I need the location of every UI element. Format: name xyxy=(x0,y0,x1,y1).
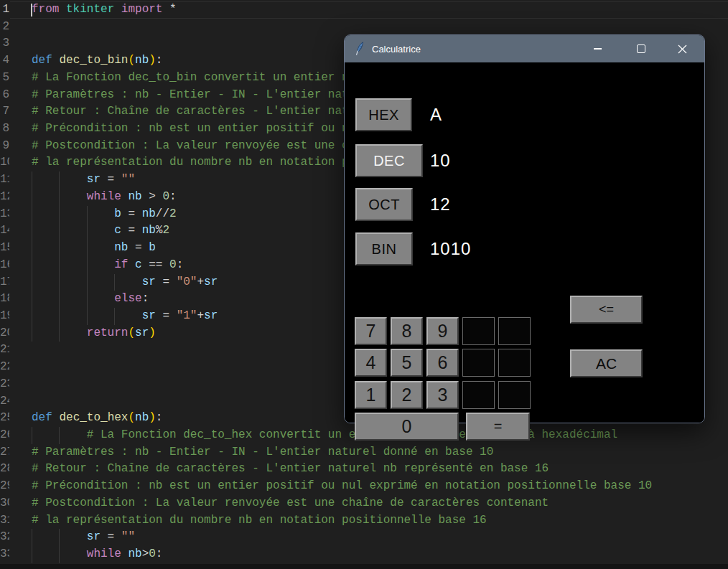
code-token: b xyxy=(149,241,156,254)
maximize-button[interactable] xyxy=(625,35,658,62)
line-number: 11 xyxy=(0,171,9,189)
horizontal-scrollbar-track[interactable] xyxy=(0,564,728,569)
code-line[interactable]: 33 while nb>0: xyxy=(0,546,728,563)
blank-key[interactable] xyxy=(498,349,531,377)
line-number: 8 xyxy=(0,121,9,138)
blank-key[interactable] xyxy=(462,349,495,377)
code-line-text: def dec_to_bin(nb): xyxy=(32,52,162,70)
key-9[interactable]: 9 xyxy=(426,317,459,345)
blank-key[interactable] xyxy=(462,317,495,345)
key-7[interactable]: 7 xyxy=(355,317,387,345)
line-number: 14 xyxy=(0,222,9,240)
blank-key[interactable] xyxy=(498,381,531,409)
code-token: sr xyxy=(87,530,101,543)
code-token: c xyxy=(114,224,121,237)
code-line-text: sr = "0"+sr xyxy=(32,274,218,291)
code-line-text: # Retour : Chaîne de caractères - L'enti… xyxy=(32,103,349,121)
line-number: 21 xyxy=(0,342,9,359)
hex-mode-button[interactable]: HEX xyxy=(355,98,412,131)
close-icon xyxy=(678,44,687,54)
code-line-text: sr = "" xyxy=(32,529,135,546)
code-line[interactable]: 28# Retour : Chaîne de caractères - L'en… xyxy=(0,461,728,478)
code-token: dec_to_bin xyxy=(59,54,128,67)
code-token: : xyxy=(169,190,177,203)
code-token: "0" xyxy=(177,276,197,288)
code-token xyxy=(32,309,142,322)
minimize-button[interactable] xyxy=(581,35,614,62)
dec-mode-button[interactable]: DEC xyxy=(355,144,423,177)
code-token: nb xyxy=(128,547,141,560)
line-number: 15 xyxy=(0,240,9,257)
line-number: 17 xyxy=(0,274,9,291)
code-line-text: # Retour : Chaîne de caractères - L'enti… xyxy=(32,461,549,478)
code-token: + xyxy=(197,309,204,322)
code-line-text: sr = "" xyxy=(32,171,135,189)
code-token xyxy=(59,3,66,16)
code-line[interactable]: 31# la représentation du nombre nb en no… xyxy=(0,512,728,530)
line-number: 28 xyxy=(0,461,9,478)
key-3[interactable]: 3 xyxy=(426,381,459,409)
line-number: 25 xyxy=(0,410,9,427)
key-1[interactable]: 1 xyxy=(355,381,387,409)
blank-key[interactable] xyxy=(462,381,495,409)
code-token: % xyxy=(156,224,163,237)
code-line-text: if c == 0: xyxy=(32,257,183,274)
code-token: def xyxy=(32,54,52,67)
code-line[interactable]: 29# Précondition : nb est un entier posi… xyxy=(0,478,728,495)
code-token xyxy=(32,207,114,220)
key-6[interactable]: 6 xyxy=(426,349,459,377)
code-line[interactable]: 32 sr = "" xyxy=(0,529,728,546)
code-line[interactable]: 30# Postcondition : La valeur renvoyée e… xyxy=(0,495,728,512)
line-number: 13 xyxy=(0,206,9,223)
calculator-titlebar[interactable]: Calculatrice xyxy=(345,35,704,62)
line-number: 32 xyxy=(0,529,9,546)
key-4[interactable]: 4 xyxy=(355,349,387,377)
key-0[interactable]: 0 xyxy=(355,413,459,441)
code-token xyxy=(32,173,87,186)
code-line-text: # la représentation du nombre nb en nota… xyxy=(32,512,487,530)
code-token: c xyxy=(135,258,142,271)
key-5[interactable]: 5 xyxy=(391,349,423,377)
code-token xyxy=(32,530,87,543)
key-2[interactable]: 2 xyxy=(391,381,423,409)
code-line[interactable]: 1from tkinter import * xyxy=(0,1,728,19)
code-token: while xyxy=(87,190,121,203)
code-line[interactable]: 27# Paramètres : nb - Entier - IN - L'en… xyxy=(0,444,728,461)
code-line-text: def dec_to_hex(nb): xyxy=(32,410,162,427)
code-token: dec_to_hex xyxy=(59,411,128,424)
line-number: 1 xyxy=(0,1,9,19)
code-token: = xyxy=(121,207,142,220)
code-line-text: while nb > 0: xyxy=(32,189,177,206)
code-token: 2 xyxy=(169,207,177,220)
equals-key[interactable]: = xyxy=(466,413,530,441)
code-token xyxy=(32,241,114,254)
code-token: ) xyxy=(149,54,156,67)
code-line-text: # Précondition : nb est un entier positi… xyxy=(32,478,652,495)
code-token: # la représentation du nombre nb en nota… xyxy=(32,514,487,527)
blank-key[interactable] xyxy=(498,317,531,345)
code-line-text: return(sr) xyxy=(32,325,156,342)
code-token: # Postcondition : La valeur renvoyée est… xyxy=(32,497,549,509)
code-token xyxy=(32,326,87,339)
code-line[interactable]: 2 xyxy=(0,19,728,36)
code-line-text: # la représentation du nombre nb en nota… xyxy=(32,154,349,171)
line-number: 27 xyxy=(0,444,9,461)
code-line-text: while nb>0: xyxy=(32,546,162,563)
code-token: * xyxy=(162,3,176,16)
code-token: 2 xyxy=(162,224,169,237)
code-token: # Postcondition : La valeur renvoyée est… xyxy=(32,139,349,152)
code-token: # la représentation du nombre nb en nota… xyxy=(32,156,349,169)
line-number: 30 xyxy=(0,495,9,512)
key-8[interactable]: 8 xyxy=(391,317,423,345)
code-token: # La Fonction dec_to_bin convertit un en… xyxy=(32,71,349,84)
code-line-text: # Paramètres : nb - Entier - IN - L'enti… xyxy=(32,444,493,461)
line-number: 2 xyxy=(0,19,9,36)
code-token: = xyxy=(121,224,142,237)
close-button[interactable] xyxy=(666,35,699,62)
code-token: # Paramètres : nb - Entier - IN - L'enti… xyxy=(32,446,493,459)
code-token: 0 xyxy=(162,190,169,203)
oct-mode-button[interactable]: OCT xyxy=(355,188,413,221)
bin-mode-button[interactable]: BIN xyxy=(355,232,413,265)
code-token: sr xyxy=(204,309,218,322)
line-number: 29 xyxy=(0,478,9,495)
